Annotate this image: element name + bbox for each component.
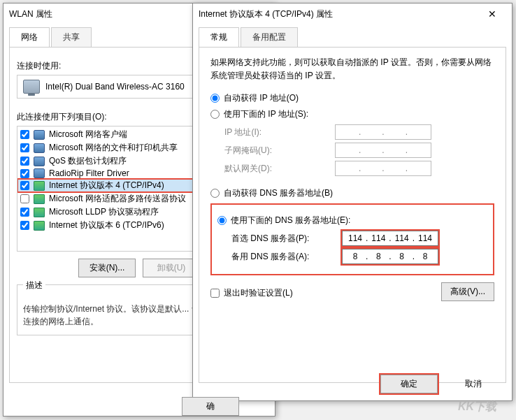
ipv4-properties-window: Internet 协议版本 4 (TCP/IPv4) 属性 ✕ 常规 备用配置 … — [192, 3, 513, 401]
subnet-input: ... — [335, 143, 431, 158]
network-icon — [34, 130, 45, 140]
alternate-dns-label: 备用 DNS 服务器(A): — [231, 251, 336, 263]
close-icon[interactable]: ✕ — [478, 8, 506, 20]
item-checkbox[interactable] — [20, 169, 29, 178]
item-label: Internet 协议版本 4 (TCP/IPv4) — [49, 180, 164, 191]
item-label: Microsoft LLDP 协议驱动程序 — [49, 206, 159, 218]
item-checkbox[interactable] — [20, 130, 29, 139]
protocol-icon — [34, 194, 45, 204]
manual-dns-label: 使用下面的 DNS 服务器地址(E): — [231, 215, 350, 226]
auto-ip-label: 自动获得 IP 地址(O) — [224, 92, 299, 104]
item-label: Microsoft 网络适配器多路传送器协议 — [49, 193, 186, 205]
manual-dns-radio[interactable] — [217, 216, 227, 225]
auto-dns-label: 自动获得 DNS 服务器地址(B) — [224, 187, 333, 199]
ip-address-input: ... — [335, 124, 431, 140]
adapter-icon — [23, 80, 40, 94]
tab-network[interactable]: 网络 — [9, 27, 50, 47]
protocol-icon — [34, 221, 45, 231]
ok-button[interactable]: 确定 — [380, 375, 438, 393]
network-icon — [34, 143, 45, 153]
item-checkbox[interactable] — [20, 143, 29, 152]
auto-dns-radio[interactable] — [210, 189, 220, 198]
auto-ip-radio[interactable] — [210, 94, 220, 103]
item-checkbox[interactable] — [20, 194, 29, 203]
item-label: Microsoft 网络的文件和打印机共享 — [49, 142, 178, 154]
validate-on-exit-checkbox[interactable] — [210, 289, 220, 298]
item-label: QoS 数据包计划程序 — [49, 155, 127, 167]
item-label: Internet 协议版本 6 (TCP/IPv6) — [49, 219, 164, 231]
manual-ip-label: 使用下面的 IP 地址(S): — [224, 108, 308, 120]
uninstall-button: 卸载(U) — [143, 259, 200, 277]
titlebar[interactable]: Internet 协议版本 4 (TCP/IPv4) 属性 ✕ — [193, 3, 512, 24]
adapter-name: Intel(R) Dual Band Wireless-AC 3160 — [45, 82, 185, 92]
network-icon — [34, 168, 45, 178]
item-label: RadioRip Filter Driver — [49, 168, 129, 178]
validate-on-exit-label: 退出时验证设置(L) — [224, 287, 293, 299]
advanced-button[interactable]: 高级(V)... — [441, 282, 494, 301]
manual-dns-group: 使用下面的 DNS 服务器地址(E): 首选 DNS 服务器(P): 114. … — [210, 203, 494, 275]
manual-ip-radio[interactable] — [210, 110, 220, 119]
cancel-button[interactable]: 取消 — [445, 375, 502, 393]
window-title: Internet 协议版本 4 (TCP/IPv4) 属性 — [199, 8, 478, 20]
gateway-label: 默认网关(D): — [224, 163, 329, 175]
gateway-input: ... — [335, 161, 431, 176]
item-checkbox[interactable] — [20, 221, 29, 230]
network-icon — [34, 157, 45, 166]
tab-alt-config[interactable]: 备用配置 — [241, 27, 298, 47]
protocol-icon — [34, 181, 45, 191]
item-checkbox[interactable] — [20, 208, 29, 217]
tab-general[interactable]: 常规 — [199, 27, 239, 47]
tab-share[interactable]: 共享 — [51, 27, 92, 47]
item-checkbox[interactable] — [20, 157, 29, 166]
item-checkbox[interactable] — [20, 181, 29, 190]
protocol-icon — [34, 208, 45, 217]
tabs: 常规 备用配置 — [199, 27, 506, 48]
install-button[interactable]: 安装(N)... — [78, 259, 136, 277]
watermark-text: KK下载 — [458, 400, 496, 414]
preferred-dns-label: 首选 DNS 服务器(P): — [231, 233, 336, 245]
left-ok-button-partial[interactable]: 确 — [182, 397, 239, 416]
subnet-label: 子网掩码(U): — [224, 145, 329, 157]
description-title: 描述 — [23, 280, 45, 291]
intro-text: 如果网络支持此功能，则可以获取自动指派的 IP 设置。否则，你需要从网络系统管理… — [210, 56, 494, 82]
item-label: Microsoft 网络客户端 — [49, 129, 127, 140]
alternate-dns-input[interactable]: 8. 8. 8. 8 — [342, 249, 438, 264]
preferred-dns-input[interactable]: 114. 114. 114. 114 — [342, 231, 438, 246]
ip-address-label: IP 地址(I): — [224, 126, 329, 138]
